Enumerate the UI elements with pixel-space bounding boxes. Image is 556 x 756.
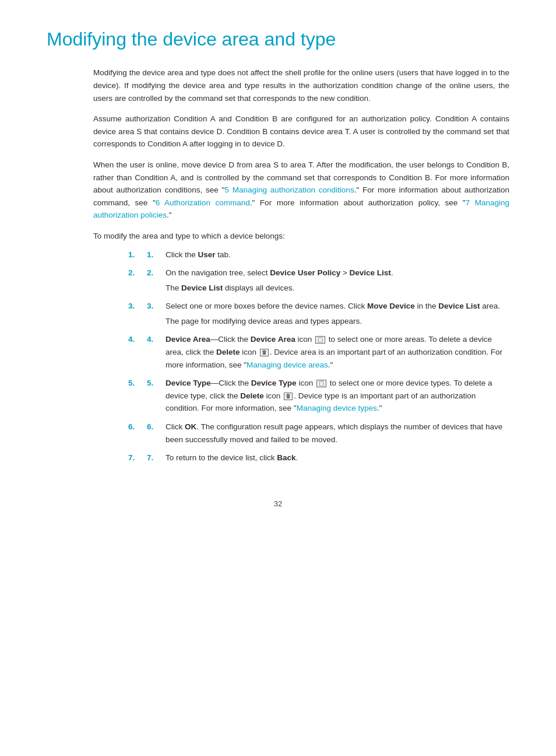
step-6: 6. Click OK. The configuration result pa… — [128, 421, 509, 446]
page-title: Modifying the device area and type — [47, 28, 509, 50]
steps-intro-text: To modify the area and type to which a d… — [93, 230, 509, 243]
step-5: 5. Device Type—Click the Device Type ico… — [128, 377, 509, 415]
step-2-sub: The Device List displays all devices. — [166, 282, 509, 295]
intro-para-2: Assume authorization Condition A and Con… — [93, 113, 509, 150]
step-7: 7. To return to the device list, click B… — [128, 452, 509, 464]
steps-list: 1. Click the User tab. 2. On the navigat… — [128, 249, 509, 464]
link-authorization-command[interactable]: 6 Authorization command — [156, 198, 250, 207]
step-2: 2. On the navigation tree, select Device… — [128, 267, 509, 294]
intro-para-3: When the user is online, move device D f… — [93, 159, 509, 222]
step-3-sub: The page for modifying device areas and … — [166, 315, 509, 328]
page-container: Modifying the device area and type Modif… — [0, 0, 556, 555]
device-area-icon: 📋 — [315, 336, 325, 344]
delete-icon-step4: 🗑 — [260, 349, 269, 356]
step-3: 3. Select one or more boxes before the d… — [128, 300, 509, 327]
link-managing-auth-conditions[interactable]: 5 Managing authorization conditions — [224, 186, 354, 194]
intro-section: Modifying the device area and type does … — [93, 66, 509, 464]
step-4: 4. Device Area—Click the Device Area ico… — [128, 333, 509, 371]
intro-para-1: Modifying the device area and type does … — [93, 66, 509, 104]
step-1: 1. Click the User tab. — [128, 249, 509, 261]
device-type-icon: 📋 — [316, 380, 326, 387]
link-managing-device-types[interactable]: Managing device types — [297, 404, 377, 412]
link-managing-device-areas[interactable]: Managing device areas — [247, 360, 328, 369]
page-number: 32 — [47, 499, 509, 508]
delete-icon-step5: 🗑 — [284, 393, 293, 400]
